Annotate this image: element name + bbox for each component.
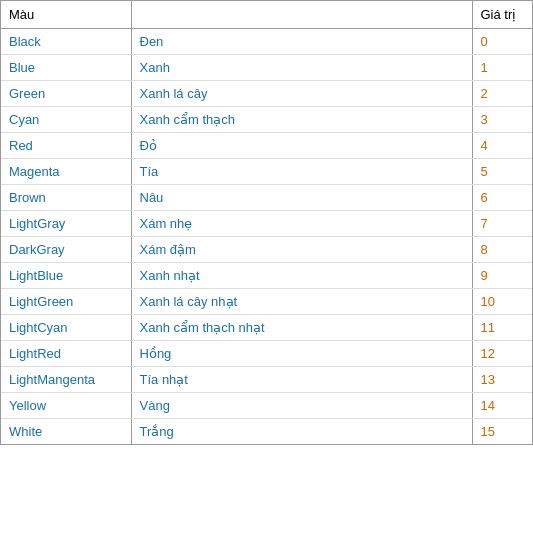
color-value: 6 [472, 185, 532, 211]
color-viet: Hồng [131, 341, 472, 367]
color-viet: Xanh lá cây nhạt [131, 289, 472, 315]
color-viet: Nâu [131, 185, 472, 211]
table-row: MagentaTía5 [1, 159, 532, 185]
color-value: 7 [472, 211, 532, 237]
color-name: LightRed [1, 341, 131, 367]
color-table-container: Màu Giá trị BlackĐen0BlueXanh1GreenXanh … [0, 0, 533, 445]
color-viet: Xanh nhạt [131, 263, 472, 289]
color-viet: Xanh [131, 55, 472, 81]
color-value: 11 [472, 315, 532, 341]
table-header-row: Màu Giá trị [1, 1, 532, 29]
color-name: Green [1, 81, 131, 107]
color-name: White [1, 419, 131, 445]
table-row: BlackĐen0 [1, 29, 532, 55]
color-viet: Xanh cẩm thạch [131, 107, 472, 133]
color-viet: Tía [131, 159, 472, 185]
color-value: 15 [472, 419, 532, 445]
color-name: Blue [1, 55, 131, 81]
color-name: Yellow [1, 393, 131, 419]
table-row: GreenXanh lá cây2 [1, 81, 532, 107]
header-giatri: Giá trị [472, 1, 532, 29]
color-name: LightMangenta [1, 367, 131, 393]
color-name: Cyan [1, 107, 131, 133]
color-value: 8 [472, 237, 532, 263]
table-row: LightGreenXanh lá cây nhạt10 [1, 289, 532, 315]
color-viet: Đỏ [131, 133, 472, 159]
color-viet: Vàng [131, 393, 472, 419]
color-name: Magenta [1, 159, 131, 185]
color-name: Red [1, 133, 131, 159]
color-value: 12 [472, 341, 532, 367]
color-value: 4 [472, 133, 532, 159]
color-table: Màu Giá trị BlackĐen0BlueXanh1GreenXanh … [1, 1, 532, 444]
table-row: LightRedHồng12 [1, 341, 532, 367]
color-value: 9 [472, 263, 532, 289]
table-row: DarkGrayXám đậm8 [1, 237, 532, 263]
header-viet [131, 1, 472, 29]
table-row: LightCyanXanh cẩm thạch nhạt11 [1, 315, 532, 341]
color-viet: Xám đậm [131, 237, 472, 263]
color-name: DarkGray [1, 237, 131, 263]
color-value: 10 [472, 289, 532, 315]
color-viet: Đen [131, 29, 472, 55]
color-viet: Xanh cẩm thạch nhạt [131, 315, 472, 341]
color-viet: Xám nhẹ [131, 211, 472, 237]
color-viet: Xanh lá cây [131, 81, 472, 107]
color-name: LightBlue [1, 263, 131, 289]
table-row: LightGrayXám nhẹ7 [1, 211, 532, 237]
table-row: WhiteTrắng15 [1, 419, 532, 445]
color-name: LightGray [1, 211, 131, 237]
color-value: 5 [472, 159, 532, 185]
color-name: LightCyan [1, 315, 131, 341]
table-row: BrownNâu6 [1, 185, 532, 211]
color-name: Black [1, 29, 131, 55]
color-name: Brown [1, 185, 131, 211]
color-value: 13 [472, 367, 532, 393]
color-value: 3 [472, 107, 532, 133]
table-row: LightBlueXanh nhạt9 [1, 263, 532, 289]
color-viet: Tía nhạt [131, 367, 472, 393]
color-name: LightGreen [1, 289, 131, 315]
header-mau: Màu [1, 1, 131, 29]
table-row: YellowVàng14 [1, 393, 532, 419]
color-viet: Trắng [131, 419, 472, 445]
color-value: 0 [472, 29, 532, 55]
table-row: LightMangentaTía nhạt13 [1, 367, 532, 393]
color-value: 2 [472, 81, 532, 107]
color-value: 14 [472, 393, 532, 419]
table-row: BlueXanh1 [1, 55, 532, 81]
table-row: CyanXanh cẩm thạch3 [1, 107, 532, 133]
color-value: 1 [472, 55, 532, 81]
table-row: RedĐỏ4 [1, 133, 532, 159]
